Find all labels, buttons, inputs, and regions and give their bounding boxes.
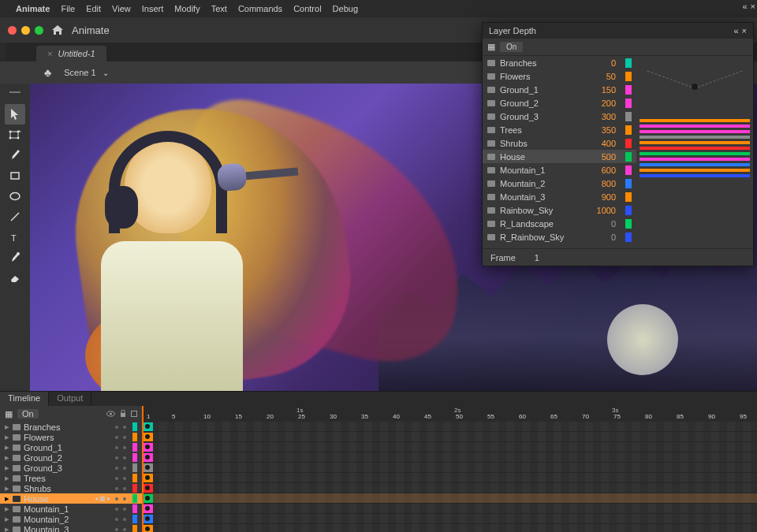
depth-layer-row[interactable]: Mountain_2800 <box>483 177 636 190</box>
camera-icon[interactable]: ▦ <box>487 42 495 52</box>
timeline-layer-row[interactable]: ▸Mountain_1 <box>0 504 142 514</box>
depth-value[interactable]: 600 <box>591 166 616 175</box>
depth-value[interactable]: 0 <box>591 58 616 68</box>
keyframe[interactable] <box>145 516 150 521</box>
timeline-track-row[interactable] <box>144 473 757 483</box>
timeline-layer-row[interactable]: ▸Flowers <box>0 432 142 442</box>
keyframe[interactable] <box>145 465 150 470</box>
keyframe[interactable] <box>145 496 150 500</box>
depth-layer-row[interactable]: Trees350 <box>483 123 636 136</box>
rectangle-tool[interactable] <box>5 166 25 186</box>
timeline-track-row[interactable] <box>144 524 757 532</box>
document-tab[interactable]: × Untitled-1 <box>36 46 106 61</box>
menu-insert[interactable]: Insert <box>142 4 164 13</box>
depth-value[interactable]: 0 <box>591 233 616 242</box>
timeline-track-row[interactable] <box>144 493 757 504</box>
depth-stripe[interactable] <box>640 136 750 139</box>
window-minimize-button[interactable] <box>21 26 30 35</box>
depth-value[interactable]: 150 <box>591 85 616 95</box>
depth-layer-row[interactable]: House500 <box>483 150 636 163</box>
keyframe[interactable] <box>145 526 150 531</box>
depth-layer-row[interactable]: Ground_1150 <box>483 83 636 96</box>
depth-layer-row[interactable]: Mountain_1600 <box>483 163 636 177</box>
depth-layer-row[interactable]: R_Landscape0 <box>483 217 636 230</box>
keyframe[interactable] <box>145 485 150 490</box>
depth-value[interactable]: 0 <box>591 219 616 229</box>
depth-on-toggle[interactable]: On <box>17 409 39 419</box>
close-icon[interactable]: × <box>47 49 52 58</box>
eyedropper-tool[interactable] <box>5 247 25 268</box>
depth-value[interactable]: 300 <box>591 112 616 121</box>
timeline-layer-row[interactable]: ▸Branches <box>0 422 142 432</box>
menu-control[interactable]: Control <box>293 4 321 13</box>
timeline-track-row[interactable] <box>144 442 757 452</box>
depth-stripe[interactable] <box>640 141 750 144</box>
timeline-track-row[interactable] <box>144 432 757 442</box>
depth-stripe[interactable] <box>640 158 750 161</box>
track-area[interactable] <box>142 422 757 532</box>
eraser-tool[interactable] <box>5 268 25 288</box>
timeline-track-row[interactable] <box>144 463 757 473</box>
selection-tool[interactable] <box>5 104 25 125</box>
depth-layer-row[interactable]: Branches0 <box>483 56 636 69</box>
camera-toggle-icon[interactable]: ▦ <box>5 409 13 419</box>
keyframe[interactable] <box>145 445 150 449</box>
depth-value[interactable]: 900 <box>591 192 616 202</box>
timeline-track-row[interactable] <box>144 514 757 524</box>
window-unpin-icon[interactable]: « <box>742 2 747 11</box>
line-tool[interactable] <box>5 206 25 227</box>
depth-stripe[interactable] <box>640 147 750 150</box>
text-tool[interactable]: T <box>5 227 25 247</box>
home-icon[interactable] <box>51 24 64 36</box>
depth-value[interactable]: 1000 <box>591 206 616 215</box>
window-zoom-button[interactable] <box>35 26 43 35</box>
menu-modify[interactable]: Modify <box>174 4 200 13</box>
toolbar-collapse[interactable] <box>0 88 30 96</box>
window-close-button[interactable] <box>8 26 17 35</box>
menu-commands[interactable]: Commands <box>238 4 282 13</box>
timeline-layer-row[interactable]: ▸House◂ ▦ ▸ <box>0 493 142 504</box>
timeline-layer-row[interactable]: ▸Shrubs <box>0 483 142 493</box>
panel-collapse-icon[interactable]: « <box>733 26 738 35</box>
menu-edit[interactable]: Edit <box>86 4 101 13</box>
depth-stripe[interactable] <box>640 125 750 128</box>
depth-stripe[interactable] <box>640 169 750 172</box>
tab-timeline[interactable]: Timeline <box>0 392 49 406</box>
keyframe[interactable] <box>145 434 150 439</box>
app-menu[interactable]: Animate <box>16 4 50 13</box>
menu-view[interactable]: View <box>112 4 131 13</box>
panel-handle-left[interactable] <box>0 43 6 61</box>
panel-close-icon[interactable]: × <box>742 26 747 35</box>
keyframe[interactable] <box>145 475 150 480</box>
depth-layer-row[interactable]: R_Rainbow_Sky0 <box>483 230 636 244</box>
depth-layer-row[interactable]: Mountain_3900 <box>483 190 636 203</box>
oval-tool[interactable] <box>5 186 25 206</box>
depth-stripe[interactable] <box>640 152 750 155</box>
depth-value[interactable]: 800 <box>591 179 616 188</box>
scene-icon[interactable]: ♣ <box>44 66 51 79</box>
outline-icon[interactable] <box>131 411 137 417</box>
depth-value[interactable]: 500 <box>591 152 616 162</box>
window-close-icon[interactable]: × <box>751 2 755 11</box>
keyframe[interactable] <box>145 424 150 429</box>
eye-icon[interactable] <box>106 411 115 417</box>
layer-depth-graph[interactable] <box>636 56 753 248</box>
depth-value[interactable]: 400 <box>591 139 616 148</box>
depth-stripe[interactable] <box>640 119 750 122</box>
timeline-layer-row[interactable]: ▸Ground_3 <box>0 463 142 473</box>
scene-selector[interactable]: Scene 1 ⌄ <box>64 68 108 77</box>
depth-origin-handle[interactable] <box>692 84 698 90</box>
depth-layer-row[interactable]: Shrubs400 <box>483 136 636 150</box>
depth-layer-row[interactable]: Ground_2200 <box>483 96 636 110</box>
timeline-layer-row[interactable]: ▸Ground_2 <box>0 452 142 463</box>
tab-output[interactable]: Output <box>49 392 91 406</box>
menu-text[interactable]: Text <box>211 4 227 13</box>
depth-layer-row[interactable]: Flowers50 <box>483 69 636 83</box>
timeline-layer-row[interactable]: ▸Mountain_3 <box>0 524 142 532</box>
timeline-layer-row[interactable]: ▸Trees <box>0 473 142 483</box>
timeline-track-row[interactable] <box>144 422 757 432</box>
depth-on-button[interactable]: On <box>500 42 523 52</box>
depth-layer-row[interactable]: Rainbow_Sky1000 <box>483 203 636 217</box>
keyframe[interactable] <box>145 455 150 459</box>
depth-stripe[interactable] <box>640 174 750 177</box>
